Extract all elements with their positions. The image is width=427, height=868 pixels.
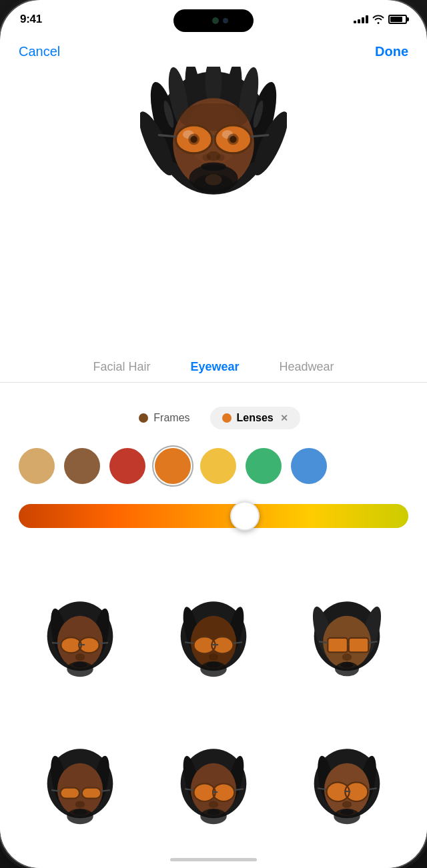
hue-slider-track[interactable] [19,504,408,528]
svg-point-25 [230,136,236,143]
tab-facial-hair[interactable]: Facial Hair [73,360,170,374]
swatch-red[interactable] [109,448,145,484]
status-time: 9:41 [20,13,42,26]
memoji-cell-1[interactable] [13,567,147,714]
svg-line-26 [159,135,175,137]
sensor-dot [223,18,228,23]
battery-icon [388,15,407,24]
tab-eyewear[interactable]: Eyewear [170,360,259,374]
svg-point-34 [205,174,222,185]
toggle-row: Frames Lenses ✕ [16,407,411,429]
memoji-cell-2[interactable] [147,567,280,714]
svg-line-45 [99,643,108,643]
svg-point-30 [216,154,225,161]
battery-fill [390,17,402,22]
swatches-row [16,444,411,488]
frames-toggle[interactable]: Frames [127,407,201,429]
hue-slider-thumb[interactable] [230,501,260,531]
memoji-grid [0,560,427,868]
swatch-orange[interactable] [155,448,191,484]
svg-rect-43 [78,643,85,645]
svg-rect-81 [60,787,79,798]
wifi-icon [372,15,384,24]
memoji-preview [140,67,287,213]
svg-point-62 [200,661,226,676]
tab-headwear[interactable]: Headwear [260,360,354,374]
svg-point-74 [342,653,352,661]
frames-dot [139,413,148,423]
svg-line-44 [52,643,61,643]
memoji-cell-5[interactable] [147,714,280,861]
options-panel: Frames Lenses ✕ [0,393,427,547]
svg-rect-68 [349,637,369,652]
memoji-cell-3[interactable] [280,567,414,714]
phone-screen: 9:41 [0,0,427,868]
svg-point-90 [67,808,93,823]
swatch-brown[interactable] [64,448,100,484]
memoji-cell-4[interactable] [13,714,147,861]
swatch-beige[interactable] [19,448,55,484]
memoji-cell-6[interactable] [280,714,414,861]
svg-point-118 [334,808,360,823]
slider-row [16,504,411,528]
dynamic-island [173,9,254,32]
svg-point-48 [67,661,93,676]
svg-point-23 [190,136,197,143]
svg-point-88 [75,801,85,808]
memoji-avatar [140,67,287,213]
svg-point-104 [200,808,226,823]
svg-point-116 [342,801,352,808]
svg-point-46 [75,653,85,661]
nav-bar: Cancel Done [0,39,427,65]
swatch-yellow[interactable] [200,448,236,484]
signal-icon [354,15,368,23]
cancel-button[interactable]: Cancel [19,44,60,59]
lenses-dot [222,413,232,423]
frames-label: Frames [153,412,189,424]
done-button[interactable]: Done [375,44,408,59]
category-tabs: Facial Hair Eyewear Headwear [0,360,427,383]
svg-point-60 [209,653,218,661]
svg-point-102 [209,801,218,808]
svg-rect-67 [328,637,348,652]
camera-dot [212,17,219,24]
home-indicator [170,858,257,861]
phone-frame: 9:41 [0,0,427,868]
svg-line-27 [252,135,268,137]
svg-rect-82 [82,787,101,798]
swatch-blue[interactable] [291,448,327,484]
svg-rect-57 [211,643,218,645]
svg-point-76 [335,661,359,676]
swatch-green[interactable] [246,448,282,484]
lenses-toggle[interactable]: Lenses ✕ [210,407,300,429]
svg-rect-99 [212,791,218,792]
status-icons [354,15,407,24]
svg-rect-113 [345,791,350,792]
lenses-x-icon[interactable]: ✕ [280,413,288,423]
lenses-label: Lenses [237,412,274,424]
svg-point-29 [202,154,211,161]
